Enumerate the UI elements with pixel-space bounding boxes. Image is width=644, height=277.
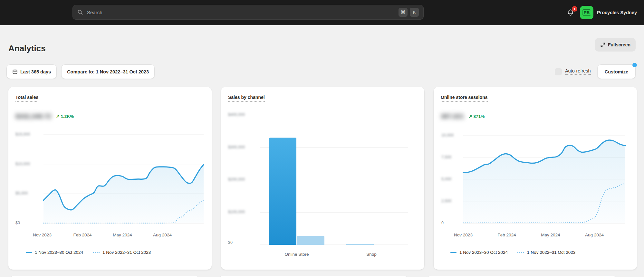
- fullscreen-button[interactable]: Fullscreen: [595, 38, 636, 52]
- x-tick: May 2024: [536, 233, 565, 237]
- legend-comparison-period[interactable]: 1 Nov 2022–31 Oct 2023: [517, 250, 575, 255]
- dotted-line-swatch: [517, 252, 524, 253]
- y-tick: $400,000: [228, 112, 245, 117]
- global-search[interactable]: ⌘ K: [72, 5, 424, 20]
- y-tick: $300,000: [228, 145, 245, 149]
- store-initials: PS: [582, 9, 591, 16]
- legend-current-period[interactable]: 1 Nov 2023–30 Oct 2024: [450, 250, 508, 255]
- y-tick-zero: $0: [228, 240, 233, 245]
- cmd-key-icon: ⌘: [399, 8, 408, 17]
- search-icon: [77, 9, 83, 15]
- x-tick: Nov 2023: [449, 233, 478, 237]
- customize-label: Customize: [605, 69, 628, 74]
- auto-refresh-toggle[interactable]: Auto-refresh: [555, 68, 591, 75]
- solid-line-swatch: [450, 252, 457, 253]
- compare-label: Compare to: 1 Nov 2022–31 Oct 2023: [67, 69, 149, 74]
- auto-refresh-checkbox[interactable]: [555, 68, 562, 75]
- card-title-total-sales[interactable]: Total sales: [15, 95, 38, 102]
- auto-refresh-label: Auto-refresh: [565, 68, 591, 75]
- y-tick: 2,500: [441, 199, 451, 203]
- account-menu[interactable]: PS Procycles Sydney: [580, 6, 637, 19]
- sales-by-channel-chart: [221, 87, 424, 270]
- x-tick: Feb 2024: [68, 233, 97, 237]
- y-tick-zero: 0: [441, 221, 444, 225]
- calendar-icon: [12, 69, 18, 74]
- trend-up-icon: ↗: [56, 114, 59, 119]
- store-avatar: PS: [580, 6, 593, 19]
- card-title-online-store-sessions[interactable]: Online store sessions: [441, 95, 488, 102]
- k-key-icon: K: [410, 8, 419, 17]
- x-tick: Feb 2024: [492, 233, 521, 237]
- y-tick-zero: $0: [15, 221, 20, 225]
- trend-up-icon: ↗: [468, 114, 472, 119]
- notification-badge: 1: [572, 6, 577, 12]
- notifications-button[interactable]: 1: [566, 8, 575, 17]
- card-sales-by-channel: Sales by channel $400,000 $300,000 $200,…: [221, 87, 424, 270]
- analytics-cards-row: Total sales $332,348.72 ↗ 1.2K% $15,000 …: [8, 87, 637, 270]
- y-tick: $10,000: [15, 162, 30, 166]
- customize-button[interactable]: Customize: [597, 64, 636, 79]
- sessions-value: 387,021: [441, 113, 464, 120]
- legend-current-period[interactable]: 1 Nov 2023–30 Oct 2024: [26, 250, 83, 255]
- expand-icon: [600, 42, 605, 47]
- fullscreen-label: Fullscreen: [608, 42, 630, 47]
- topbar: ⌘ K 1 PS Procycles Sydney: [0, 0, 644, 25]
- x-tick: May 2024: [108, 233, 137, 237]
- x-tick: Aug 2024: [148, 233, 177, 237]
- date-range-button[interactable]: Last 365 days: [6, 64, 57, 79]
- y-tick: 5,000: [441, 177, 451, 181]
- y-tick: $15,000: [15, 132, 30, 137]
- total-sales-value: $332,348.72: [15, 113, 51, 120]
- x-tick: Nov 2023: [28, 233, 57, 237]
- total-sales-change: ↗ 1.2K%: [56, 114, 74, 119]
- y-tick: $5,000: [15, 191, 28, 196]
- compare-button[interactable]: Compare to: 1 Nov 2022–31 Oct 2023: [61, 64, 155, 79]
- card-online-store-sessions: Online store sessions 387,021 ↗ 871% 10,…: [434, 87, 637, 270]
- sessions-change: ↗ 871%: [468, 114, 485, 119]
- card-total-sales: Total sales $332,348.72 ↗ 1.2K% $15,000 …: [8, 87, 212, 270]
- search-input[interactable]: [86, 9, 396, 15]
- y-tick: 10,000: [441, 133, 454, 138]
- y-tick: $100,000: [228, 210, 245, 214]
- y-tick: 7,500: [441, 155, 451, 159]
- page-title: Analytics: [8, 43, 46, 53]
- date-range-label: Last 365 days: [20, 69, 51, 74]
- category-label-online-store: Online Store: [271, 252, 322, 257]
- legend: 1 Nov 2023–30 Oct 2024 1 Nov 2022–31 Oct…: [26, 250, 151, 255]
- customize-notification-dot: [632, 63, 637, 67]
- card-title-sales-by-channel[interactable]: Sales by channel: [228, 95, 265, 102]
- legend-comparison-period[interactable]: 1 Nov 2022–31 Oct 2023: [93, 250, 151, 255]
- store-name: Procycles Sydney: [597, 10, 637, 15]
- solid-line-swatch: [26, 252, 32, 253]
- x-tick: Aug 2024: [580, 233, 609, 237]
- dotted-line-swatch: [93, 252, 100, 253]
- analytics-page: ⌘ K 1 PS Procycles Sydney Analytics: [0, 0, 644, 277]
- legend: 1 Nov 2023–30 Oct 2024 1 Nov 2022–31 Oct…: [450, 250, 575, 255]
- y-tick: $200,000: [228, 177, 245, 182]
- category-label-shop: Shop: [346, 252, 397, 257]
